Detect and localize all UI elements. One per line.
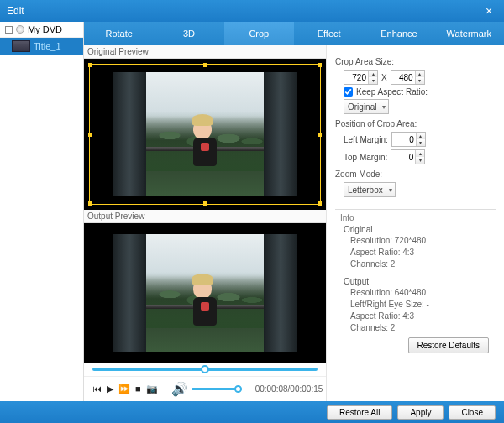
fast-forward-icon[interactable]: ⏩ [118,384,130,394]
original-preview-label: Original Preview [84,45,326,59]
left-margin-input[interactable] [392,135,416,144]
info-line: Resolution: 720*480 [350,235,496,247]
volume-slider[interactable] [192,388,242,390]
top-margin-stepper[interactable]: ▴▾ [391,149,425,164]
left-margin-label: Left Margin: [344,135,388,144]
info-line: Resolution: 640*480 [350,287,496,299]
center-panel: Rotate 3D Crop Effect Enhance Watermark … [84,22,504,401]
restore-all-button[interactable]: Restore All [327,405,392,420]
info-line: Aspect Ratio: 4:3 [350,247,496,258]
down-arrow-icon[interactable]: ▾ [417,139,425,146]
playback-bar: ⏮ ▶ ⏩ ■ 📷 🔊 00:00:08/00:00:15 [84,376,326,401]
restore-defaults-button[interactable]: Restore Defaults [408,337,489,353]
crop-handle-e[interactable] [318,133,322,137]
up-arrow-icon[interactable]: ▴ [416,150,424,157]
tree-item-label: Title_1 [34,41,61,51]
volume-thumb[interactable] [234,385,242,393]
thumbnail-icon [12,40,30,52]
info-line: Channels: 2 [350,258,496,270]
volume-control: 🔊 [171,381,242,397]
tab-watermark[interactable]: Watermark [434,22,504,45]
keep-ratio-label: Keep Aspect Ratio: [356,87,428,97]
top-margin-label: Top Margin: [344,153,387,162]
disc-icon [16,25,24,34]
down-arrow-icon[interactable]: ▾ [369,77,377,84]
timeline[interactable] [84,363,326,376]
output-preview-label: Output Preview [84,210,326,223]
snapshot-icon[interactable]: 📷 [146,384,158,394]
zoom-mode-select[interactable]: Letterbox [344,182,396,197]
play-icon[interactable]: ▶ [107,384,113,394]
info-original-label: Original [344,225,496,234]
collapse-icon[interactable]: − [5,26,13,34]
tab-rotate[interactable]: Rotate [84,22,154,45]
info-section: Info Original Resolution: 720*480 Aspect… [335,209,496,334]
stop-icon[interactable]: ■ [135,384,141,394]
crop-pos-label: Position of Crop Area: [335,119,496,128]
tree-root-label: My DVD [28,24,62,34]
crop-handle-sw[interactable] [88,201,92,206]
up-arrow-icon[interactable]: ▴ [416,70,424,77]
volume-icon[interactable]: 🔊 [171,381,188,397]
ratio-preset-select[interactable]: Original [344,99,389,114]
crop-width-stepper[interactable]: ▴▾ [344,70,378,85]
original-preview[interactable] [84,59,326,210]
window-title: Edit [7,5,480,17]
zoom-mode-label: Zoom Mode: [335,170,496,179]
main-area: − My DVD Title_1 Rotate 3D Crop Effect E… [0,22,504,401]
info-line: Left/Right Eye Size: - [350,299,496,311]
crop-handle-se[interactable] [318,201,322,206]
apply-button[interactable]: Apply [397,405,444,420]
preview-area: Original Preview [84,45,504,401]
sidebar: − My DVD Title_1 [0,22,84,401]
timeline-track[interactable] [92,368,318,371]
timeline-thumb[interactable] [201,365,209,373]
info-line: Aspect Ratio: 4:3 [350,311,496,322]
crop-height-input[interactable] [391,73,415,82]
preview-column: Original Preview [84,45,326,401]
title-bar: Edit × [0,0,504,22]
crop-handle-s[interactable] [203,201,207,206]
up-arrow-icon[interactable]: ▴ [417,133,425,139]
info-header: Info [340,213,496,222]
crop-handle-n[interactable] [203,63,207,67]
video-frame-original [113,72,297,196]
tab-3d[interactable]: 3D [154,22,223,45]
crop-height-stepper[interactable]: ▴▾ [391,70,425,85]
controls-panel: Crop Area Size: ▴▾ X ▴▾ Keep Aspect Rati… [327,45,504,401]
top-margin-input[interactable] [391,153,415,162]
left-margin-stepper[interactable]: ▴▾ [391,132,426,147]
down-arrow-icon[interactable]: ▾ [416,157,424,164]
output-preview [84,223,326,363]
info-line: Channels: 2 [350,322,496,334]
tab-bar: Rotate 3D Crop Effect Enhance Watermark [84,22,504,45]
up-arrow-icon[interactable]: ▴ [369,70,377,77]
keep-ratio-checkbox[interactable] [344,87,353,97]
close-icon[interactable]: × [480,4,497,18]
crop-handle-ne[interactable] [318,63,322,67]
time-display: 00:00:08/00:00:15 [255,384,323,394]
close-button[interactable]: Close [449,405,496,420]
tab-crop[interactable]: Crop [224,22,294,45]
tab-enhance[interactable]: Enhance [364,22,433,45]
x-label: X [381,73,387,82]
tab-effect[interactable]: Effect [294,22,364,45]
crop-size-label: Crop Area Size: [335,57,496,66]
prev-frame-icon[interactable]: ⏮ [92,384,102,394]
crop-width-input[interactable] [344,73,368,82]
crop-handle-w[interactable] [88,133,92,137]
info-output-label: Output [344,277,496,286]
tree-root[interactable]: − My DVD [0,22,83,38]
footer-bar: Restore All Apply Close [0,401,504,423]
tree-item-title1[interactable]: Title_1 [0,38,83,55]
video-frame-output [113,234,297,352]
crop-handle-nw[interactable] [88,63,92,67]
down-arrow-icon[interactable]: ▾ [416,77,424,84]
